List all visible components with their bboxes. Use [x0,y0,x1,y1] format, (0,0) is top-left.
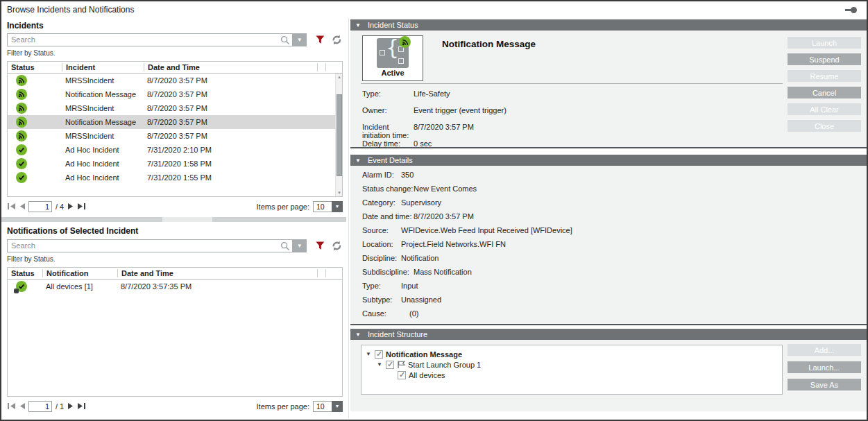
column-header-datetime[interactable]: Date and Time [144,63,317,71]
next-page-icon[interactable] [67,203,74,210]
field-label: Category: [362,198,401,207]
notifications-search-input[interactable] [8,240,292,252]
panel-title: Incident Status [368,21,418,29]
column-header-incident[interactable]: Incident [62,63,144,71]
column-header-datetime[interactable]: Date and Time [117,269,317,277]
tree-checkbox[interactable] [398,371,406,379]
expander-icon[interactable]: ▼ [365,351,372,357]
add-button[interactable]: Add... [788,344,861,356]
pin-icon[interactable] [851,7,857,13]
items-per-page-dropdown[interactable]: ▼ [332,401,343,412]
incident-structure-header[interactable]: ▼ Incident Structure [350,329,867,340]
all-clear-button[interactable]: All Clear [788,103,861,115]
first-page-icon[interactable] [7,402,16,410]
field-label: Type: [362,89,414,98]
page-count-label: / 4 [56,203,64,211]
tree-checkbox[interactable] [375,350,383,359]
incidents-scrollbar[interactable]: ▲ ▼ [335,74,342,196]
incident-name: Ad Hoc Incident [62,173,144,182]
incident-action-buttons: Launch Suspend Resume Cancel All Clear C… [788,37,861,132]
incident-row[interactable]: Ad Hoc Incident 7/31/2020 2:10 PM [8,143,342,157]
field-value: Notification [401,254,439,262]
notification-datetime: 8/7/2020 3:57:35 PM [117,282,342,291]
broadcast-status-icon [16,130,27,141]
notifications-pager: / 1 Items per page: 10 ▼ [7,400,343,412]
collapse-icon[interactable]: ▼ [355,22,361,28]
items-per-page-dropdown[interactable]: ▼ [332,201,343,212]
refresh-icon[interactable] [331,34,343,46]
incident-status-header[interactable]: ▼ Incident Status [350,19,867,31]
prev-page-icon[interactable] [19,402,26,410]
incident-name: Notification Message [62,118,144,126]
page-number-input[interactable] [28,401,52,412]
cancel-button[interactable]: Cancel [788,87,861,98]
field-value: Input [401,282,418,290]
incident-row[interactable]: MRSSIncident 8/7/2020 3:57 PM [8,129,342,143]
header-separator [325,63,334,71]
refresh-icon[interactable] [331,240,343,252]
incident-row[interactable]: Notification Message 8/7/2020 3:57 PM [8,87,342,101]
incidents-table-header: Status Incident Date and Time [8,62,342,74]
close-button[interactable]: Close [788,120,861,132]
scroll-down-icon[interactable]: ▼ [336,191,343,195]
save-as-button[interactable]: Save As [788,379,861,390]
column-header-status[interactable]: Status [8,269,42,277]
incident-row-selected[interactable]: Notification Message 8/7/2020 3:57 PM [8,115,342,129]
incident-row[interactable]: MRSSIncident 8/7/2020 3:57 PM [8,74,342,87]
items-per-page-value: 10 [313,201,332,212]
structure-action-buttons: Add... Launch... Save As [788,344,861,390]
resume-button[interactable]: Resume [788,70,861,82]
incident-row[interactable]: Ad Hoc Incident 7/31/2020 1:58 PM [8,157,342,171]
launch-button[interactable]: Launch [788,37,861,49]
horizontal-splitter[interactable] [1,217,346,222]
incident-row[interactable]: Ad Hoc Incident 7/31/2020 1:55 PM [8,171,342,184]
incident-name: Notification Message [62,90,144,98]
last-page-icon[interactable] [77,402,86,410]
tree-item-all-devices[interactable]: All devices [361,370,782,380]
field-label: Location: [362,240,401,248]
incidents-table: Status Incident Date and Time MRSSIncide… [7,61,343,197]
scrollbar-thumb[interactable] [337,94,342,176]
search-options-dropdown[interactable]: ▼ [293,33,307,46]
filter-icon[interactable] [315,35,325,45]
items-per-page-label: Items per page: [257,203,309,211]
field-value: WFIDevice.Web Feed Input Received [WFIDe… [401,226,572,234]
last-page-icon[interactable] [77,203,86,210]
tree-item-notification-message[interactable]: ▼ Notification Message [361,349,782,359]
incident-datetime: 8/7/2020 3:57 PM [144,76,342,85]
launch-dialog-button[interactable]: Launch... [788,361,861,373]
prev-page-icon[interactable] [19,203,26,210]
collapse-icon[interactable]: ▼ [355,157,361,164]
field-label: Owner: [362,106,414,114]
notifications-section-title: Notifications of Selected Incident [7,226,138,236]
incident-state-box: { Active [362,35,423,81]
incident-row[interactable]: MRSSIncident 8/7/2020 3:57 PM [8,101,342,115]
filter-icon[interactable] [315,241,325,251]
next-page-icon[interactable] [67,402,74,410]
incidents-search-input[interactable] [8,34,292,46]
title-bar: Browse Incidents and Notifications [1,1,867,18]
field-value: (0) [401,309,418,318]
search-icon [280,35,290,45]
notification-row[interactable]: All devices [1] 8/7/2020 3:57:35 PM [8,280,342,293]
first-page-icon[interactable] [7,203,16,210]
tree-item-start-launch-group[interactable]: ▼ Start Launch Group 1 [361,359,782,370]
expander-icon[interactable]: ▼ [376,361,383,368]
column-header-status[interactable]: Status [8,63,62,71]
splitter-grip[interactable] [162,217,212,222]
page-number-input[interactable] [28,201,52,212]
column-header-notification[interactable]: Notification [42,269,117,277]
separator-line [361,83,783,84]
search-options-dropdown[interactable]: ▼ [293,239,307,252]
incident-structure-tree: ▼ Notification Message ▼ Start Launch Gr… [361,345,783,395]
suspend-button[interactable]: Suspend [788,53,861,65]
incident-name: Ad Hoc Incident [62,160,144,168]
flag-icon [397,360,406,369]
collapse-icon[interactable]: ▼ [355,332,361,338]
tree-checkbox[interactable] [386,361,394,369]
scroll-up-icon[interactable]: ▲ [336,75,343,79]
field-label: Incident initiation time: [362,123,414,139]
field-label: Subtype: [362,295,401,304]
event-details-header[interactable]: ▼ Event Details [350,155,867,166]
page-count-label: / 1 [56,402,64,411]
